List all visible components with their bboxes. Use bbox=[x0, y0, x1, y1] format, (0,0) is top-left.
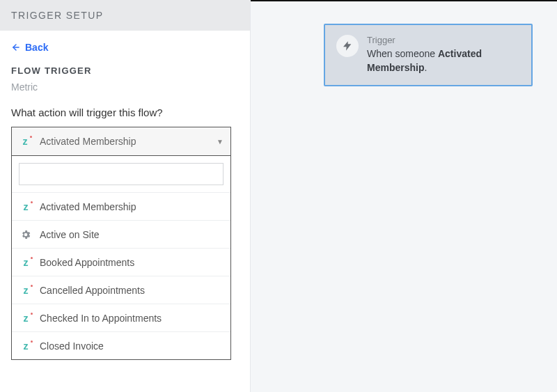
z-icon: z bbox=[19, 256, 33, 269]
z-icon: z bbox=[19, 312, 33, 324]
back-label: Back bbox=[25, 42, 48, 53]
panel-title: TRIGGER SETUP bbox=[11, 10, 104, 21]
trigger-card-text: When someone Activated Membership. bbox=[367, 47, 520, 75]
dropdown-option[interactable]: zBooked Appointments bbox=[12, 248, 230, 276]
dropdown-option[interactable]: Active on Site bbox=[12, 220, 230, 248]
dropdown-option-label: Cancelled Appointments bbox=[40, 285, 145, 296]
dropdown-option[interactable]: zCancelled Appointments bbox=[12, 276, 230, 304]
trigger-dropdown: z Activated Membership ▼ zActivated Memb… bbox=[11, 127, 231, 156]
bolt-icon bbox=[342, 40, 353, 52]
dropdown-panel: zActivated MembershipActive on SitezBook… bbox=[11, 156, 231, 360]
trigger-prompt: What action will trigger this flow? bbox=[11, 107, 239, 118]
left-panel: TRIGGER SETUP Back FLOW TRIGGER Metric W… bbox=[0, 0, 251, 392]
chevron-down-icon: ▼ bbox=[217, 138, 223, 146]
trigger-card[interactable]: Trigger When someone Activated Membershi… bbox=[324, 24, 533, 86]
trigger-text-suffix: . bbox=[424, 62, 427, 73]
section-title: FLOW TRIGGER bbox=[11, 65, 239, 76]
trigger-card-label: Trigger bbox=[367, 35, 520, 45]
dropdown-option-label: Checked In to Appointments bbox=[40, 313, 162, 324]
back-button[interactable]: Back bbox=[11, 42, 48, 53]
canvas-panel: Trigger When someone Activated Membershi… bbox=[251, 0, 557, 392]
dropdown-selected-label: Activated Membership bbox=[40, 136, 217, 147]
z-icon: z bbox=[19, 201, 33, 213]
dropdown-search-wrap bbox=[12, 156, 230, 192]
dropdown-toggle[interactable]: z Activated Membership ▼ bbox=[11, 127, 231, 156]
dropdown-options-list: zActivated MembershipActive on SitezBook… bbox=[12, 192, 230, 359]
z-icon: z bbox=[19, 340, 33, 352]
dropdown-search-input[interactable] bbox=[19, 163, 223, 185]
trigger-text-prefix: When someone bbox=[367, 48, 438, 59]
dropdown-option-label: Booked Appointments bbox=[40, 257, 134, 268]
arrow-left-icon bbox=[11, 42, 21, 52]
dropdown-option-label: Closed Invoice bbox=[40, 340, 104, 352]
dropdown-option[interactable]: zChecked In to Appointments bbox=[12, 304, 230, 331]
dropdown-option[interactable]: zClosed Invoice bbox=[12, 331, 230, 359]
trigger-card-body: Trigger When someone Activated Membershi… bbox=[367, 35, 520, 75]
panel-header: TRIGGER SETUP bbox=[0, 0, 250, 31]
dropdown-option-label: Activated Membership bbox=[40, 201, 136, 212]
bolt-icon-circle bbox=[336, 35, 359, 57]
z-icon: z bbox=[19, 135, 31, 148]
dropdown-option-label: Active on Site bbox=[40, 229, 100, 240]
section-subtitle: Metric bbox=[11, 81, 239, 93]
z-icon: z bbox=[19, 284, 33, 297]
panel-content: Back FLOW TRIGGER Metric What action wil… bbox=[0, 31, 250, 392]
dropdown-option[interactable]: zActivated Membership bbox=[12, 192, 230, 220]
gear-icon bbox=[19, 229, 33, 240]
canvas-top-border bbox=[251, 0, 557, 1]
